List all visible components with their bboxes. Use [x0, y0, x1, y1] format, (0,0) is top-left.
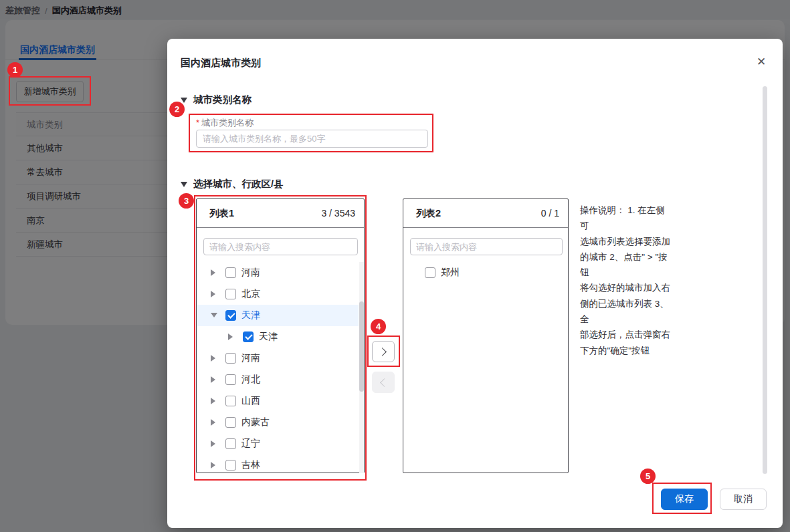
chevron-left-icon — [380, 378, 389, 387]
annotation-badge-4: 4 — [371, 319, 386, 334]
annotation-badge-1: 1 — [7, 62, 23, 78]
target-panel-header: 列表2 0 / 1 — [403, 199, 568, 228]
dialog-title: 国内酒店城市类别 — [181, 57, 261, 70]
name-section-header[interactable]: 城市类别名称 — [181, 94, 252, 106]
caret-down-icon — [181, 182, 187, 187]
list-item[interactable]: 郑州 — [404, 262, 565, 283]
target-search-input[interactable] — [410, 238, 563, 255]
annotation-badge-2: 2 — [169, 102, 185, 117]
close-icon[interactable]: ✕ — [753, 53, 769, 70]
annotation-badge-5: 5 — [640, 469, 656, 484]
screen: 差旅管控 / 国内酒店城市类别 国内酒店城市类别 新增城市类别 城市类别 其他城… — [0, 0, 790, 532]
annotation-rect-3 — [194, 195, 367, 481]
target-city-list: 郑州 — [403, 262, 568, 472]
move-left-button-disabled — [372, 372, 395, 393]
target-panel-title: 列表2 — [416, 207, 441, 220]
target-panel-count: 0 / 1 — [541, 208, 559, 219]
checkbox[interactable] — [425, 267, 435, 278]
annotation-rect-4 — [367, 336, 400, 367]
transfer-panel-target: 列表2 0 / 1 郑州 — [403, 198, 569, 473]
annotation-rect-5 — [652, 483, 712, 514]
operation-instructions: 操作说明： 1. 在左侧可 选城市列表选择要添加 的城市 2、点击" > "按钮… — [580, 203, 671, 358]
city-section-header[interactable]: 选择城市、行政区/县 — [181, 178, 284, 190]
annotation-badge-3: 3 — [179, 193, 194, 209]
cancel-button[interactable]: 取消 — [720, 489, 767, 510]
dialog-scrollbar[interactable] — [763, 86, 767, 474]
caret-down-icon — [181, 98, 187, 103]
name-section-title: 城市类别名称 — [193, 94, 252, 106]
city-section-title: 选择城市、行政区/县 — [193, 178, 284, 190]
list-item-label: 郑州 — [441, 267, 460, 279]
annotation-rect-2 — [189, 114, 433, 152]
annotation-rect-1 — [9, 76, 91, 106]
